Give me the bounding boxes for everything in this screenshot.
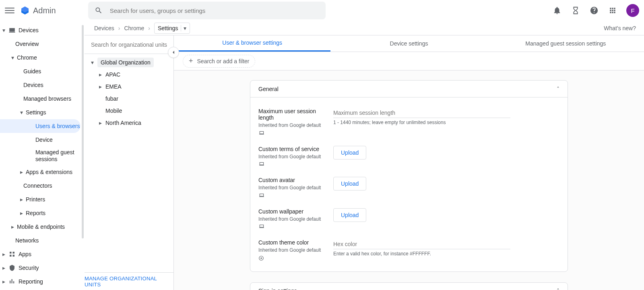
add-filter-button[interactable]: + Search or add a filter bbox=[183, 55, 255, 68]
breadcrumb: Devices › Chrome › Settings ▾ What's new… bbox=[85, 21, 644, 35]
sidebar-item-security[interactable]: ▸ Security bbox=[0, 261, 84, 275]
caret-right-icon: ▸ bbox=[2, 266, 6, 270]
org-search[interactable] bbox=[85, 35, 173, 54]
left-nav: ▾ Devices Overview ▾ Chrome Guides Devic… bbox=[0, 21, 85, 290]
shield-icon bbox=[8, 264, 16, 272]
caret-right-icon: ▸ bbox=[2, 280, 6, 284]
crumb-chrome[interactable]: Chrome bbox=[124, 25, 144, 31]
org-item[interactable]: ▸ EMEA bbox=[85, 81, 173, 93]
scrollbar[interactable] bbox=[82, 25, 84, 238]
setting-tos: Custom terms of service Inherited from G… bbox=[258, 141, 559, 172]
caret-right-icon: ▸ bbox=[10, 225, 14, 229]
manage-org-units-button[interactable]: MANAGE ORGANIZATIONAL UNITS bbox=[85, 272, 173, 290]
chevron-right-icon: › bbox=[118, 25, 120, 31]
settings-scroll[interactable]: General ˄ Maximum user session length In… bbox=[174, 70, 644, 290]
caret-right-icon: ▸ bbox=[19, 170, 23, 174]
global-search[interactable] bbox=[88, 2, 326, 19]
laptop-icon bbox=[258, 162, 328, 167]
sidebar-item-apps[interactable]: ▸ Apps bbox=[0, 247, 84, 261]
org-panel: ▾ Global Organization ▸ APAC ▸ EMEA fuba… bbox=[85, 35, 174, 290]
svg-rect-2 bbox=[260, 163, 263, 165]
caret-down-icon: ▾ bbox=[2, 28, 6, 32]
sidebar-item-apps-extensions[interactable]: ▸ Apps & extensions bbox=[0, 165, 84, 179]
sidebar-item-reports[interactable]: ▸ Reports bbox=[0, 206, 84, 220]
tos-upload-button[interactable]: Upload bbox=[333, 146, 366, 160]
org-item[interactable]: ▸ North America bbox=[85, 117, 173, 129]
svg-rect-1 bbox=[260, 131, 263, 134]
org-tree: ▾ Global Organization ▸ APAC ▸ EMEA fuba… bbox=[85, 54, 173, 272]
caret-right-icon: ▸ bbox=[2, 252, 6, 256]
max-session-input[interactable] bbox=[333, 108, 510, 118]
sidebar-item-users-browsers[interactable]: Users & browsers bbox=[0, 119, 80, 133]
collapse-org-panel-button[interactable] bbox=[168, 47, 179, 58]
topbar-right: F bbox=[552, 4, 639, 17]
caret-down-icon: ▾ bbox=[10, 56, 14, 60]
help-icon[interactable] bbox=[589, 6, 599, 15]
filter-bar: + Search or add a filter bbox=[174, 52, 644, 70]
chevron-up-icon: ˄ bbox=[557, 86, 559, 92]
org-root[interactable]: ▾ Global Organization bbox=[85, 56, 173, 68]
card-general-header[interactable]: General ˄ bbox=[250, 81, 568, 97]
caret-right-icon: ▸ bbox=[19, 197, 23, 201]
theme-color-input[interactable] bbox=[333, 239, 510, 249]
tab-device[interactable]: Device settings bbox=[330, 35, 487, 52]
sidebar-item-billing[interactable]: ▸ Billing bbox=[0, 288, 84, 290]
chevron-left-icon bbox=[170, 49, 177, 56]
svg-rect-4 bbox=[260, 225, 263, 228]
bell-icon[interactable] bbox=[552, 6, 562, 15]
tab-user-browser[interactable]: User & browser settings bbox=[174, 35, 330, 52]
org-search-input[interactable] bbox=[90, 41, 168, 48]
whats-new-link[interactable]: What's new? bbox=[604, 25, 644, 31]
caret-right-icon: ▸ bbox=[98, 83, 102, 90]
setting-theme-color: Custom theme color Inherited from Google… bbox=[258, 234, 559, 266]
apps-icon bbox=[8, 250, 16, 258]
sidebar-item-devices[interactable]: ▾ Devices bbox=[0, 23, 84, 37]
sidebar-item-overview[interactable]: Overview bbox=[0, 37, 84, 51]
org-item[interactable]: fubar bbox=[85, 93, 173, 105]
sidebar-item-connectors[interactable]: Connectors bbox=[0, 179, 84, 193]
org-item[interactable]: ▸ APAC bbox=[85, 68, 173, 81]
crumb-settings-dropdown[interactable]: Settings ▾ bbox=[154, 23, 190, 34]
app-logo[interactable]: Admin bbox=[20, 6, 56, 15]
sidebar-item-printers[interactable]: ▸ Printers bbox=[0, 193, 84, 206]
sidebar-item-device[interactable]: Device bbox=[0, 133, 84, 147]
topbar: Admin F bbox=[0, 0, 644, 21]
sidebar-item-networks[interactable]: Networks bbox=[0, 234, 84, 247]
setting-wallpaper: Custom wallpaper Inherited from Google d… bbox=[258, 203, 559, 235]
sidebar-item-guides[interactable]: Guides bbox=[0, 64, 84, 78]
caret-right-icon: ▸ bbox=[19, 211, 23, 215]
sidebar-item-settings[interactable]: ▾ Settings bbox=[0, 106, 84, 119]
caret-right-icon: ▸ bbox=[98, 120, 102, 126]
laptop-icon bbox=[258, 193, 328, 199]
sidebar-item-chrome[interactable]: ▾ Chrome bbox=[0, 51, 84, 64]
sidebar-item-managed-browsers[interactable]: Managed browsers bbox=[0, 92, 84, 106]
global-search-input[interactable] bbox=[109, 7, 320, 14]
caret-down-icon: ▾ bbox=[19, 110, 23, 114]
chevron-up-icon: ˄ bbox=[557, 288, 559, 290]
hourglass-icon[interactable] bbox=[571, 6, 580, 15]
setting-max-session: Maximum user session length Inherited fr… bbox=[258, 103, 559, 141]
card-general: General ˄ Maximum user session length In… bbox=[250, 80, 568, 272]
card-signin-header[interactable]: Sign-in settings ˄ bbox=[250, 283, 568, 290]
sidebar-item-mobile[interactable]: ▸ Mobile & endpoints bbox=[0, 220, 84, 234]
sidebar-item-reporting[interactable]: ▸ Reporting bbox=[0, 275, 84, 288]
laptop-icon bbox=[258, 130, 328, 136]
app-name: Admin bbox=[33, 6, 56, 15]
sidebar-item-chrome-devices[interactable]: Devices bbox=[0, 78, 84, 92]
settings-panel: User & browser settings Device settings … bbox=[174, 35, 644, 290]
chrome-icon bbox=[258, 255, 328, 261]
chevron-down-icon: ▾ bbox=[181, 25, 186, 31]
org-item[interactable]: Mobile bbox=[85, 105, 173, 117]
avatar[interactable]: F bbox=[626, 4, 639, 17]
tab-guest[interactable]: Managed guest session settings bbox=[487, 35, 644, 52]
svg-point-6 bbox=[260, 257, 262, 259]
wallpaper-upload-button[interactable]: Upload bbox=[333, 208, 366, 222]
setting-avatar: Custom avatar Inherited from Google defa… bbox=[258, 172, 559, 203]
settings-tabs: User & browser settings Device settings … bbox=[174, 35, 644, 52]
plus-icon: + bbox=[189, 57, 193, 65]
apps-grid-icon[interactable] bbox=[608, 6, 617, 15]
crumb-devices[interactable]: Devices bbox=[94, 25, 114, 31]
sidebar-item-managed-guest[interactable]: Managed guest sessions bbox=[0, 147, 84, 165]
menu-icon[interactable] bbox=[5, 6, 14, 15]
avatar-upload-button[interactable]: Upload bbox=[333, 177, 366, 191]
